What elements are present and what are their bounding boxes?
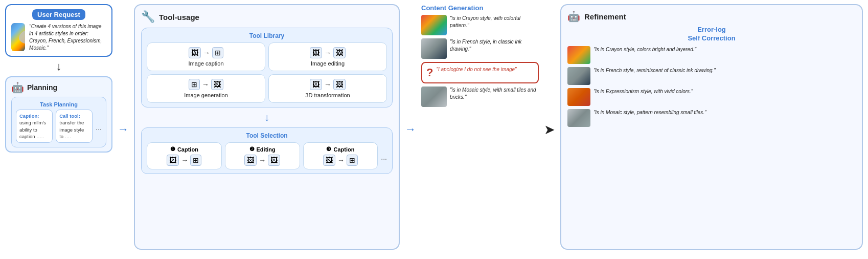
big-arrow-to-refinement: ➤ — [544, 122, 555, 138]
task-item-call-tool: Call tool: transfer the image style to …… — [56, 110, 93, 143]
task-item-caption: Caption: using mllm's ability to caption… — [16, 110, 53, 143]
caption-label: Caption: — [19, 113, 39, 119]
selection-icons-3: 🖼 → ⊞ — [323, 155, 358, 166]
tool-card-label-generation: Image generation — [184, 92, 228, 98]
content-generation-section: Content Generation "is in Crayon style, … — [421, 4, 539, 107]
caption-icon-2: ⊞ — [189, 79, 200, 90]
task-ellipsis: ... — [96, 121, 102, 132]
content-gen-title: Content Generation — [421, 4, 539, 12]
main-container: User Request "Create 4 versions of this … — [5, 4, 863, 255]
content-text-french: "is in French style, in classic ink draw… — [450, 38, 539, 53]
sel-arr-1: → — [181, 156, 188, 164]
call-tool-label: Call tool: — [59, 113, 80, 119]
selection-ellipsis: ... — [381, 151, 387, 161]
arrow-right-3: → — [202, 80, 209, 89]
refinement-label: Refinement — [584, 12, 626, 21]
robot-icon: 🤖 — [11, 81, 24, 94]
user-request-box: User Request "Create 4 versions of this … — [5, 4, 112, 57]
circle-2: ❷ — [249, 146, 255, 153]
tool-usage-section: 🔧 Tool-usage Tool Library 🖼 → ⊞ Image ca… — [134, 4, 400, 250]
tool-card-image-editing: 🖼 → 🖼 Image editing — [268, 42, 387, 71]
tool-card-label-caption: Image caption — [188, 60, 223, 67]
ref-text-crayon: "is in Crayon style, colors bright and l… — [593, 46, 696, 53]
tool-selection-box: Tool Selection ❶ Caption 🖼 → ⊞ ❷ — [141, 127, 393, 174]
arrow-to-tool-usage: → — [118, 123, 129, 136]
user-request-text: "Create 4 versions of this image in 4 ar… — [29, 23, 106, 52]
sel-img-1: 🖼 — [167, 155, 179, 166]
content-item-crayon: "is in Crayon style, with colorful patte… — [421, 15, 539, 35]
refinement-item-mosaic: "is in Mosaic style, pattern resembling … — [567, 109, 856, 127]
ref-text-expressionism: "is in Expressionism style, with vivid c… — [593, 88, 693, 95]
call-tool-text: transfer the image style to …. — [59, 120, 84, 139]
planning-box: 🤖 Planning Task Planning Caption: using … — [5, 76, 112, 153]
refinement-item-crayon: "is in Crayon style, colors bright and l… — [567, 46, 856, 64]
error-question-mark: ? — [426, 66, 433, 79]
refinement-header: 🤖 Refinement — [567, 10, 856, 23]
content-text-mosaic: "is in Mosaic style, with small tiles an… — [450, 87, 539, 101]
sel-cap-3: ⊞ — [347, 155, 358, 166]
task-planning-items: Caption: using mllm's ability to caption… — [16, 110, 102, 143]
selection-icons-2: 🖼 → 🖼 — [244, 155, 280, 166]
thumb-french — [421, 38, 447, 59]
tool-card-image-caption: 🖼 → ⊞ Image caption — [147, 42, 265, 71]
content-text-crayon: "is in Crayon style, with colorful patte… — [450, 15, 539, 29]
selection-num-3: ❸ Caption — [326, 146, 354, 153]
down-arrow-library-to-selection: ↓ — [141, 112, 393, 123]
tool-card-icons-3d: 🖼 → 🖼 — [310, 79, 346, 90]
sel-img-3: 🖼 — [323, 155, 335, 166]
sel-arr-2: → — [259, 156, 266, 164]
tool-usage-header: 🔧 Tool-usage — [141, 10, 393, 24]
selection-label-3: Caption — [333, 146, 354, 153]
tool-card-icons-editing: 🖼 → 🖼 — [310, 47, 346, 58]
tool-library-box: Tool Library 🖼 → ⊞ Image caption 🖼 → — [141, 28, 393, 107]
wrench-icon: 🔧 — [141, 10, 155, 24]
planning-label: Planning — [27, 83, 57, 92]
refinement-item-expressionism: "is in Expressionism style, with vivid c… — [567, 88, 856, 106]
tool-usage-label: Tool-usage — [159, 13, 199, 21]
tool-grid: 🖼 → ⊞ Image caption 🖼 → 🖼 Image editing — [147, 42, 387, 103]
selection-card-2: ❷ Editing 🖼 → 🖼 — [225, 142, 300, 169]
ref-thumb-expressionism — [567, 88, 590, 106]
ref-text-mosaic: "is in Mosaic style, pattern resembling … — [593, 109, 706, 116]
tool-card-icons-caption: 🖼 → ⊞ — [189, 47, 223, 58]
image-icon-1: 🖼 — [189, 47, 201, 58]
ref-text-french: "is in French style, reminiscent of clas… — [593, 67, 716, 74]
refinement-section: 🤖 Refinement Error-logSelf Correction "i… — [560, 4, 863, 250]
tool-library-title: Tool Library — [147, 32, 387, 39]
ref-thumb-crayon — [567, 46, 590, 64]
selection-card-1: ❶ Caption 🖼 → ⊞ — [147, 142, 222, 169]
user-request-section: User Request "Create 4 versions of this … — [5, 4, 112, 153]
selection-card-3: ❸ Caption 🖼 → ⊞ — [303, 142, 378, 169]
sel-arr-3: → — [337, 156, 345, 164]
ref-thumb-mosaic — [567, 109, 590, 127]
circle-3: ❸ — [326, 146, 331, 153]
arrow-right-2: → — [324, 49, 331, 57]
tool-card-icons-generation: ⊞ → 🖼 — [189, 79, 223, 90]
arrow-right-4: → — [324, 80, 331, 89]
arrow-down: ↓ — [5, 61, 112, 72]
arrow-right-1: → — [203, 49, 210, 57]
fish-shape — [19, 29, 25, 45]
sel-edit-2: 🖼 — [268, 155, 280, 166]
selection-num-2: ❷ Editing — [249, 146, 276, 153]
error-log-title: Error-logSelf Correction — [567, 26, 856, 43]
user-request-title: User Request — [32, 9, 85, 20]
planning-header: 🤖 Planning — [11, 81, 106, 94]
tool-card-label-3d: 3D transformation — [305, 92, 350, 98]
tool-selection-title: Tool Selection — [147, 132, 387, 139]
error-box: ? "I apologize I do not see the image" — [421, 62, 539, 83]
thumb-crayon — [421, 15, 447, 35]
caption-icon-1: ⊞ — [212, 47, 223, 58]
image-icon-2: 🖼 — [310, 47, 322, 58]
selection-icons-1: 🖼 → ⊞ — [167, 155, 201, 166]
circle-1: ❶ — [170, 146, 175, 153]
arrow-to-content-gen: → — [405, 123, 416, 136]
caption-text: using mllm's ability to caption ….. — [19, 120, 46, 139]
error-text: "I apologize I do not see the image" — [436, 66, 516, 73]
sel-img-2: 🖼 — [244, 155, 257, 166]
selection-label-1: Caption — [177, 146, 198, 153]
selection-num-1: ❶ Caption — [170, 146, 198, 153]
image-icon-4: 🖼 — [310, 79, 322, 90]
tool-card-image-generation: ⊞ → 🖼 Image generation — [147, 74, 265, 103]
selection-label-2: Editing — [257, 146, 276, 153]
